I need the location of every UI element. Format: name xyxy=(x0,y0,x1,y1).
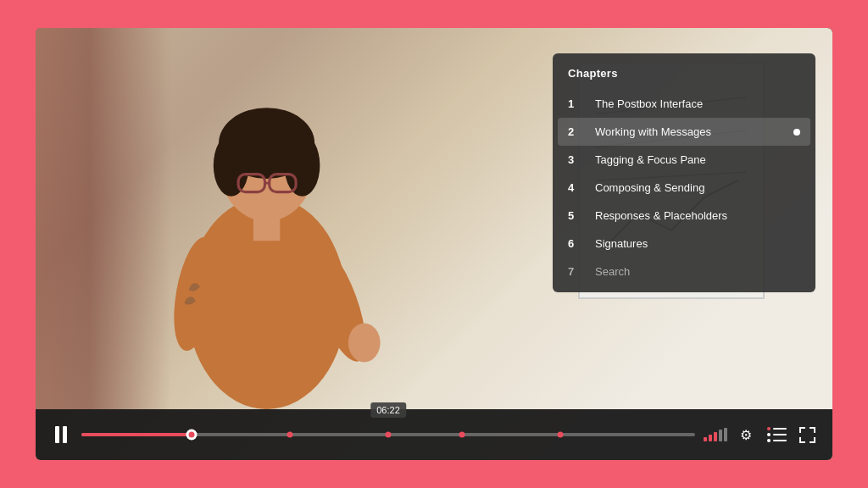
fullscreen-icon xyxy=(799,427,815,442)
chapter-marker-5 xyxy=(557,432,563,438)
presenter xyxy=(36,28,498,409)
list-line-1 xyxy=(773,428,787,430)
chapter-marker-2 xyxy=(287,432,293,438)
fs-corner-bl xyxy=(799,437,805,443)
progress-fill xyxy=(81,433,192,436)
svg-rect-11 xyxy=(253,214,280,241)
list-line-2 xyxy=(773,434,787,435)
chapter-label-2: Working with Messages xyxy=(595,125,787,138)
chapter-num-6: 6 xyxy=(568,237,587,250)
vol-bar-2 xyxy=(709,435,712,441)
chapter-label-5: Responses & Placeholders xyxy=(595,209,800,222)
vol-bar-4 xyxy=(719,430,722,441)
chapter-num-2: 2 xyxy=(568,125,587,138)
chapter-num-1: 1 xyxy=(568,97,587,110)
list-line-3 xyxy=(773,440,787,441)
chapter-item-4[interactable]: 4 Composing & Sending xyxy=(553,174,815,202)
progress-track[interactable] xyxy=(81,433,695,436)
chapter-label-4: Composing & Sending xyxy=(595,181,800,194)
chapter-label-6: Signatures xyxy=(595,237,800,250)
chapter-label-7: Search xyxy=(595,265,800,278)
pause-bar-left xyxy=(55,426,59,443)
vol-bar-5 xyxy=(724,428,727,441)
video-player: Chapters 1 The Postbox Interface 2 Worki… xyxy=(36,28,832,460)
chapter-num-4: 4 xyxy=(568,181,587,194)
chapter-marker-4 xyxy=(459,432,465,438)
fullscreen-button[interactable] xyxy=(795,427,819,442)
chapter-num-7: 7 xyxy=(568,265,587,278)
pause-icon xyxy=(55,426,67,443)
pause-bar-right xyxy=(63,426,67,443)
fs-corner-tr xyxy=(810,427,815,433)
chapter-marker-1 xyxy=(189,432,195,438)
chapter-active-dot xyxy=(793,129,800,136)
chapter-item-5[interactable]: 5 Responses & Placeholders xyxy=(553,202,815,230)
vol-bar-3 xyxy=(714,432,717,441)
chapter-item-1[interactable]: 1 The Postbox Interface xyxy=(553,90,815,118)
fs-corner-br xyxy=(810,437,815,443)
pause-button[interactable] xyxy=(49,426,73,443)
svg-point-6 xyxy=(214,135,249,197)
progress-container[interactable]: 06:22 xyxy=(81,426,695,443)
list-icon xyxy=(767,427,787,442)
chapter-marker-3 xyxy=(386,432,392,438)
chapter-num-3: 3 xyxy=(568,153,587,166)
chapter-item-2[interactable]: 2 Working with Messages xyxy=(558,118,810,146)
svg-point-7 xyxy=(285,135,320,197)
chapters-button[interactable] xyxy=(765,427,788,442)
chapter-item-7[interactable]: 7 Search xyxy=(553,258,815,286)
chapter-item-3[interactable]: 3 Tagging & Focus Pane xyxy=(553,146,815,174)
chapters-title: Chapters xyxy=(553,67,815,90)
right-controls: ⚙ xyxy=(704,427,819,443)
chapters-panel: Chapters 1 The Postbox Interface 2 Worki… xyxy=(553,53,815,292)
chapter-label-1: The Postbox Interface xyxy=(595,97,800,110)
chapter-label-3: Tagging & Focus Pane xyxy=(595,153,800,166)
vol-bar-1 xyxy=(704,437,707,441)
svg-point-13 xyxy=(348,323,381,362)
chapter-item-6[interactable]: 6 Signatures xyxy=(553,230,815,258)
controls-bar: 06:22 ⚙ xyxy=(36,409,832,460)
chapter-num-5: 5 xyxy=(568,209,587,222)
fs-corner-tl xyxy=(799,427,805,433)
settings-button[interactable]: ⚙ xyxy=(734,427,758,443)
volume-icon[interactable] xyxy=(704,428,727,441)
time-display: 06:22 xyxy=(370,402,406,418)
